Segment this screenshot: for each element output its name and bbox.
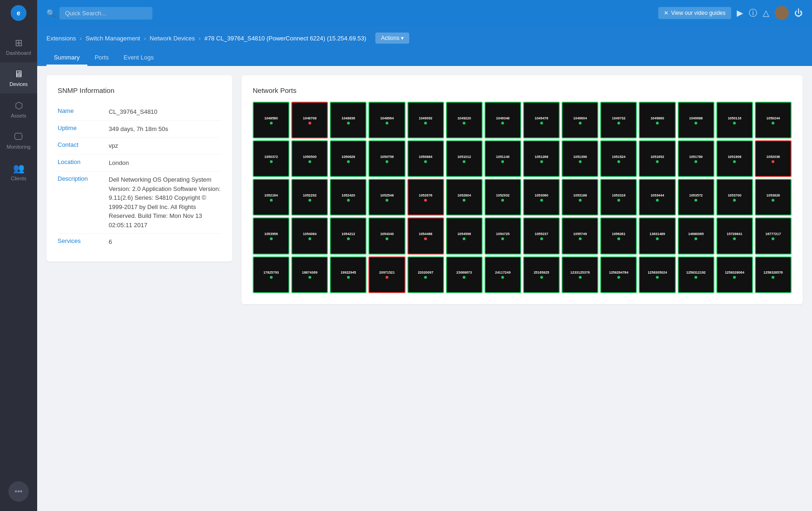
- port-item[interactable]: 1051780: [678, 140, 714, 177]
- port-item[interactable]: 1052292: [291, 179, 328, 216]
- port-item[interactable]: 1051652: [639, 140, 675, 177]
- port-item[interactable]: 1056261: [600, 217, 637, 254]
- actions-button[interactable]: Actions ▾: [375, 33, 409, 44]
- port-item[interactable]: 1053316: [600, 179, 637, 216]
- port-status-dot: [463, 276, 465, 279]
- port-item[interactable]: 13631489: [639, 217, 675, 254]
- power-icon[interactable]: ⏻: [794, 8, 803, 18]
- port-item[interactable]: 1050116: [716, 102, 753, 138]
- sidebar-item-clients[interactable]: 👥 Clients: [0, 156, 37, 188]
- breadcrumb-extensions[interactable]: Extensions: [46, 35, 76, 42]
- play-icon[interactable]: ▶: [737, 8, 743, 18]
- port-item[interactable]: 1049604: [562, 102, 598, 138]
- port-item[interactable]: 1049476: [523, 102, 560, 138]
- port-item[interactable]: 1052804: [446, 179, 483, 216]
- port-item[interactable]: 1054340: [368, 217, 405, 254]
- port-status-dot: [308, 160, 311, 163]
- port-item[interactable]: 1054725: [485, 217, 521, 254]
- port-item[interactable]: 1053444: [639, 179, 675, 216]
- port-item[interactable]: 1049860: [639, 102, 675, 138]
- port-item[interactable]: 1051396: [562, 140, 598, 177]
- port-item[interactable]: 1053700: [716, 179, 753, 216]
- snmp-rows: Name CL_39764_S4810 Uptime 349 days, 7h …: [58, 104, 221, 250]
- port-number: 20971521: [379, 270, 395, 275]
- port-item[interactable]: 1052036: [755, 140, 792, 177]
- port-item[interactable]: 1258328576: [755, 256, 792, 293]
- tab-ports[interactable]: Ports: [87, 50, 116, 66]
- port-item[interactable]: 1054468: [407, 217, 444, 254]
- port-number: 1052932: [496, 193, 510, 197]
- sidebar-item-dashboard[interactable]: ⊞ Dashboard: [0, 31, 37, 62]
- port-number: 16777217: [765, 232, 781, 236]
- port-item[interactable]: 1052164: [253, 179, 289, 216]
- port-item[interactable]: 1053956: [253, 217, 289, 254]
- port-item[interactable]: 1049092: [407, 102, 444, 138]
- port-item[interactable]: 1258328064: [716, 256, 753, 293]
- port-number: 1049476: [534, 116, 549, 120]
- port-item[interactable]: 1050244: [755, 102, 792, 138]
- port-status-dot: [501, 122, 504, 124]
- port-item[interactable]: 18874369: [291, 256, 328, 293]
- port-item[interactable]: 1258294784: [600, 256, 637, 293]
- port-item[interactable]: 16777217: [755, 217, 792, 254]
- port-item[interactable]: 1049732: [600, 102, 637, 138]
- port-item[interactable]: 1049988: [678, 102, 714, 138]
- port-item[interactable]: 14680065: [678, 217, 714, 254]
- port-item[interactable]: 1049220: [446, 102, 483, 138]
- port-item[interactable]: 1258305024: [639, 256, 675, 293]
- port-item[interactable]: 1051140: [485, 140, 521, 177]
- tab-event-logs[interactable]: Event Logs: [116, 50, 161, 66]
- port-status-dot: [772, 237, 774, 240]
- port-item[interactable]: 1055749: [562, 217, 598, 254]
- port-item[interactable]: 1052548: [368, 179, 405, 216]
- video-guide-button[interactable]: ✕ View our video guides: [658, 7, 731, 19]
- port-item[interactable]: 1055237: [523, 217, 560, 254]
- port-item[interactable]: 1051524: [600, 140, 637, 177]
- port-item[interactable]: 1051268: [523, 140, 560, 177]
- port-item[interactable]: 19922945: [330, 256, 367, 293]
- port-item[interactable]: 1050756: [368, 140, 405, 177]
- sidebar-item-monitoring[interactable]: 🖵 Monitoring: [0, 125, 37, 156]
- port-item[interactable]: 24117249: [485, 256, 521, 293]
- avatar[interactable]: [775, 6, 789, 20]
- port-item[interactable]: 1053188: [562, 179, 598, 216]
- port-item[interactable]: 1048580: [253, 102, 289, 138]
- tab-summary[interactable]: Summary: [46, 50, 87, 66]
- port-item[interactable]: 1052676: [407, 179, 444, 216]
- port-item[interactable]: 1053572: [678, 179, 714, 216]
- port-number: 15728641: [727, 232, 743, 236]
- port-item[interactable]: 1048964: [368, 102, 405, 138]
- port-item[interactable]: 1052932: [485, 179, 521, 216]
- sidebar-more-button[interactable]: •••: [8, 481, 29, 502]
- port-item[interactable]: 1050500: [291, 140, 328, 177]
- port-item[interactable]: 15728641: [716, 217, 753, 254]
- port-item[interactable]: 1258312192: [678, 256, 714, 293]
- breadcrumb-network-devices[interactable]: Network Devices: [150, 35, 195, 42]
- port-item[interactable]: 1054596: [446, 217, 483, 254]
- breadcrumb-switch-management[interactable]: Switch Management: [85, 35, 140, 42]
- sidebar-item-devices[interactable]: 🖥 Devices: [0, 62, 37, 93]
- search-input[interactable]: [59, 7, 152, 20]
- port-item[interactable]: 1054212: [330, 217, 367, 254]
- port-item[interactable]: 1048708: [291, 102, 328, 138]
- alert-icon[interactable]: △: [763, 8, 769, 18]
- port-item[interactable]: 1054084: [291, 217, 328, 254]
- port-item[interactable]: 1053060: [523, 179, 560, 216]
- port-item[interactable]: 25165825: [523, 256, 560, 293]
- port-item[interactable]: 23068673: [446, 256, 483, 293]
- port-item[interactable]: 20971521: [368, 256, 405, 293]
- sidebar-item-assets[interactable]: ⬡ Assets: [0, 93, 37, 125]
- port-item[interactable]: 1049348: [485, 102, 521, 138]
- port-item[interactable]: 1051012: [446, 140, 483, 177]
- port-item[interactable]: 1233125376: [562, 256, 598, 293]
- port-item[interactable]: 1048836: [330, 102, 367, 138]
- port-item[interactable]: 1051908: [716, 140, 753, 177]
- port-item[interactable]: 1050628: [330, 140, 367, 177]
- port-item[interactable]: 1050884: [407, 140, 444, 177]
- port-item[interactable]: 22020097: [407, 256, 444, 293]
- port-item[interactable]: 1052420: [330, 179, 367, 216]
- port-item[interactable]: 17825793: [253, 256, 289, 293]
- port-item[interactable]: 1053828: [755, 179, 792, 216]
- info-icon[interactable]: ⓘ: [749, 7, 757, 19]
- port-item[interactable]: 1050372: [253, 140, 289, 177]
